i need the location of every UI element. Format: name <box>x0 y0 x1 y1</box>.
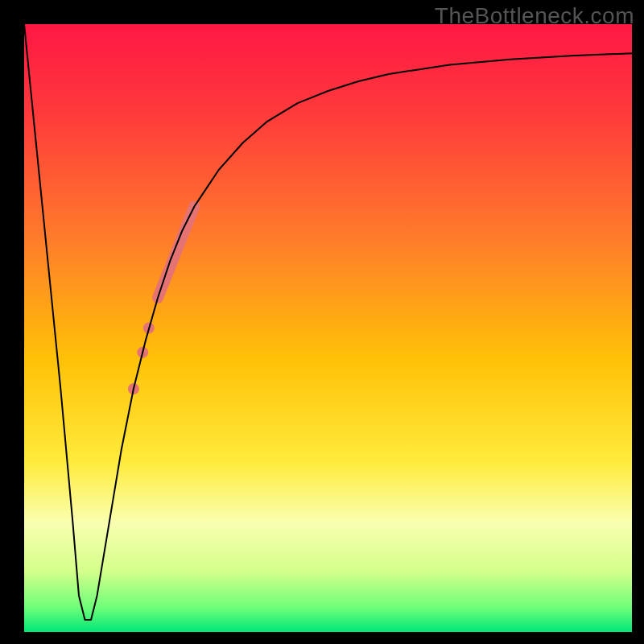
watermark-text: TheBottleneck.com <box>435 3 634 29</box>
plot-area <box>24 24 632 632</box>
chart-svg <box>24 24 632 632</box>
gradient-background <box>24 24 632 632</box>
chart-container: TheBottleneck.com <box>0 0 644 644</box>
